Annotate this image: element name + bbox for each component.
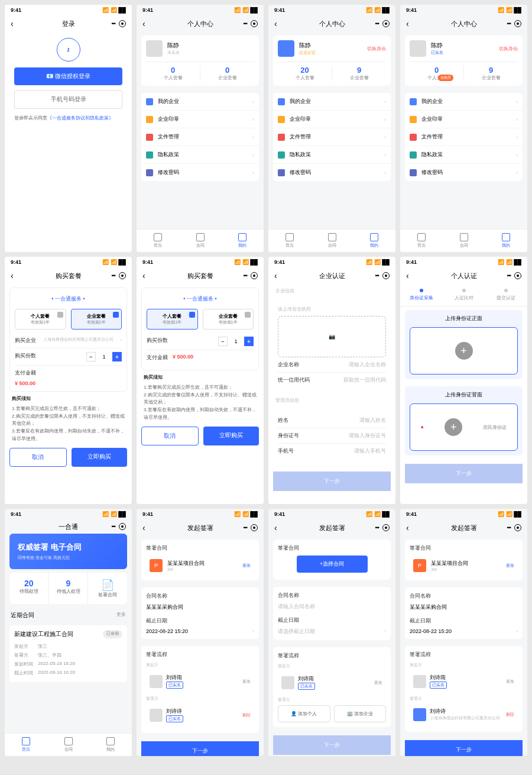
- pkg-company[interactable]: 企业套餐有效期1年: [71, 309, 122, 330]
- status-bar: 9:41📶 📶 ██: [5, 5, 132, 15]
- user-card: 陈静未实名 0个人套餐0企业套餐: [141, 35, 259, 86]
- upload-id-back[interactable]: ●+居民身份证: [410, 403, 518, 451]
- sign-contract[interactable]: 📄签署合同: [88, 573, 127, 604]
- deadline-select[interactable]: 2022-08-22 15:20›: [146, 628, 254, 634]
- back-icon[interactable]: ‹: [11, 19, 14, 28]
- contract-name-input[interactable]: 请输入合同名称: [278, 603, 386, 611]
- buy-button[interactable]: 立即购买: [72, 448, 128, 467]
- tab-mine[interactable]: 我的: [221, 230, 264, 252]
- avatar: [410, 40, 426, 57]
- more-icon[interactable]: •••: [112, 21, 115, 27]
- credit-code-input[interactable]: 获取统一信用代码: [343, 376, 386, 384]
- target-icon[interactable]: [119, 20, 126, 27]
- switch-identity[interactable]: 切换身份: [367, 46, 386, 52]
- screen-sign-3: 9:41📶 📶 ██ ‹发起签署••• 签署合同 P某某某项目合同3M更改 合同…: [400, 509, 527, 756]
- menu-privacy[interactable]: 隐私政策›: [141, 146, 259, 164]
- menu-stamp[interactable]: 企业印章›: [141, 111, 259, 128]
- screen-login: 9:41📶 📶 ██ ‹ 登录 ••• 1 📧 微信授权登录 手机号码登录 登录…: [5, 5, 132, 252]
- pending-others[interactable]: 9待他人处理: [49, 573, 89, 604]
- edit-doc[interactable]: 更改: [242, 563, 251, 569]
- company-name-input[interactable]: 请输入企业名称: [349, 361, 386, 369]
- deadline-select[interactable]: 请选择截止日期›: [278, 628, 386, 635]
- terms-link[interactable]: 《一合通服务协议和隐私政策》: [47, 115, 113, 121]
- screen-home: 9:41📶 📶 ██ 一合通••• 权威签署 电子合同同等有效 安全可靠 高效无…: [5, 509, 132, 756]
- sender-row: 刘诗雨已实名更改: [146, 670, 254, 692]
- cancel-button[interactable]: 取消: [141, 427, 199, 445]
- buy-button[interactable]: 立即购买: [203, 427, 259, 445]
- plus-button[interactable]: +: [112, 352, 122, 361]
- next-button[interactable]: 下一步: [141, 741, 259, 756]
- more-link[interactable]: 更多: [116, 611, 126, 619]
- screen-company-auth: 9:41📶 📶 ██ ‹企业认证••• 企业信息 请上传营业执照 📷 企业名称请…: [268, 257, 395, 504]
- next-button[interactable]: 下一步: [405, 740, 523, 756]
- cancel-button[interactable]: 取消: [9, 448, 67, 467]
- screen-buy-1: 9:41📶 📶 ██ ‹购买套餐••• • 一合通服务 • 个人套餐有效期1年 …: [5, 257, 132, 504]
- phone-login-button[interactable]: 手机号码登录: [14, 90, 122, 109]
- upload-license[interactable]: 📷: [278, 316, 386, 357]
- back-icon[interactable]: ‹: [142, 19, 145, 28]
- next-button[interactable]: 下一步: [405, 464, 523, 483]
- screen-profile-3: 9:41📶 📶 ██ ‹个人中心••• 陈静已实名切换身份 0去购买个人套餐9企…: [400, 5, 527, 252]
- upload-id-front[interactable]: +: [410, 327, 518, 374]
- doc-row: P某某某项目合同3M更改: [146, 556, 254, 576]
- app-logo: 1: [57, 38, 80, 62]
- screen-profile-2: 9:41📶 📶 ██ ‹个人中心••• 陈静企业认证切换身份 20个人套餐9企业…: [268, 5, 395, 252]
- tab-home[interactable]: 首页: [137, 230, 179, 252]
- screen-buy-2: 9:41📶 📶 ██ ‹购买套餐••• • 一合通服务 • 个人套餐有效期1年 …: [137, 257, 264, 504]
- minus-button[interactable]: −: [86, 352, 96, 361]
- switch-identity[interactable]: 切换身份: [499, 46, 518, 52]
- screen-sign-1: 9:41📶 📶 ██ ‹发起签署••• 签署合同 P某某某项目合同3M更改 合同…: [137, 509, 264, 756]
- contract-name-input[interactable]: 某某某采购合同: [146, 603, 254, 611]
- add-company-button[interactable]: 🏢 添加企业: [334, 705, 387, 722]
- screen-sign-2: 9:41📶 📶 ██ ‹发起签署••• 签署合同 +选择合同 合同名称 请输入合…: [268, 509, 395, 756]
- pkg-personal[interactable]: 个人套餐有效期1年: [147, 309, 198, 330]
- tab-contract[interactable]: 合同: [179, 230, 222, 252]
- pkg-personal[interactable]: 个人套餐有效期1年: [15, 309, 66, 330]
- hero-banner: 权威签署 电子合同同等有效 安全可靠 高效无忧: [9, 534, 127, 569]
- avatar: [278, 40, 294, 57]
- delete-signer[interactable]: 删除: [242, 712, 251, 718]
- menu-files[interactable]: 文件管理›: [141, 128, 259, 146]
- menu-company[interactable]: 我的企业›: [141, 93, 259, 111]
- wechat-login-button[interactable]: 📧 微信授权登录: [14, 67, 122, 85]
- screen-personal-auth: 9:41📶 📶 ██ ‹个人认证••• 身份证采集人证比对提交认证 上传身份证正…: [400, 257, 527, 504]
- nav-bar: ‹ 登录 •••: [5, 15, 132, 32]
- select-contract-button[interactable]: +选择合同: [297, 556, 368, 573]
- pending-mine[interactable]: 20待我处理: [9, 573, 49, 604]
- pdf-icon: P: [150, 559, 163, 572]
- add-person-button[interactable]: 👤 添加个人: [278, 705, 330, 722]
- pkg-company[interactable]: 企业套餐有效期1年: [203, 309, 254, 330]
- avatar: [146, 40, 163, 57]
- next-button[interactable]: 下一步: [273, 735, 391, 755]
- menu-password[interactable]: 修改密码›: [141, 164, 259, 181]
- company-select[interactable]: 购买企业上海旭冉信息科技有限公司重庆分公司›: [15, 333, 122, 348]
- step-1: 身份证采集: [400, 284, 443, 306]
- next-button[interactable]: 下一步: [273, 472, 391, 491]
- signer-row: 刘诗诗已实名删除: [146, 704, 254, 726]
- screen-profile-1: 9:41📶 📶 ██ ‹个人中心••• 陈静未实名 0个人套餐0企业套餐 我的企…: [137, 5, 264, 252]
- contract-card[interactable]: 新建建设工程施工合同已逾期 发起方张三 签署方张三、李四 发起时间2022-05…: [9, 625, 127, 682]
